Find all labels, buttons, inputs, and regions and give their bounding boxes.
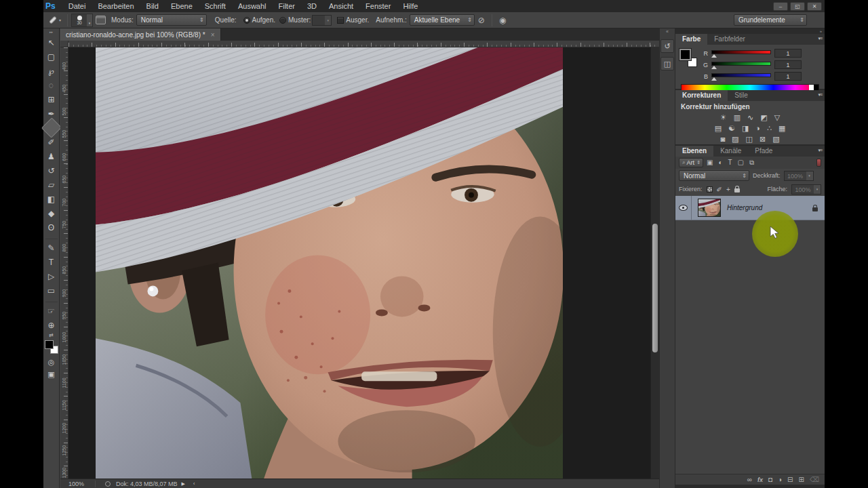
- quick-selection-tool-icon[interactable]: ◌: [44, 78, 59, 92]
- panel-tab[interactable]: Kanäle: [713, 146, 748, 157]
- modus-select[interactable]: Normal ⇕: [136, 14, 207, 26]
- slider-thumb-icon[interactable]: [711, 54, 717, 58]
- gradient-tool-icon[interactable]: ◧: [44, 192, 59, 206]
- pen-tool-icon[interactable]: ✎: [44, 241, 59, 255]
- threshold-icon[interactable]: ◫: [746, 134, 753, 144]
- black-white-icon[interactable]: ◨: [742, 123, 749, 133]
- shape-tool-icon[interactable]: ▭: [44, 283, 59, 298]
- filter-adjustment-layers-icon[interactable]: ◐: [718, 159, 722, 167]
- panel-tab[interactable]: Farbfelder: [707, 34, 752, 45]
- status-menu-arrow-icon[interactable]: ▶: [178, 481, 189, 487]
- lock-position-icon[interactable]: +: [726, 186, 730, 193]
- dodge-tool-icon[interactable]: ʘ: [44, 220, 59, 235]
- canvas-image[interactable]: [96, 47, 563, 479]
- properties-panel-icon[interactable]: ◫: [660, 57, 674, 70]
- layer-thumbnail[interactable]: [698, 199, 721, 217]
- panel-tab[interactable]: Ebenen: [675, 146, 713, 157]
- chevron-down-icon[interactable]: ▾: [87, 14, 92, 26]
- menu-item[interactable]: Ansicht: [323, 0, 359, 12]
- eraser-tool-icon[interactable]: ▱: [44, 178, 59, 192]
- slider-thumb-icon[interactable]: [711, 77, 717, 81]
- panel-tab[interactable]: Pfade: [748, 146, 779, 157]
- hand-tool-icon[interactable]: ☞: [44, 304, 59, 318]
- eye-icon[interactable]: [679, 205, 688, 211]
- delete-layer-icon[interactable]: ⌫: [810, 476, 819, 483]
- panel-tab[interactable]: Stile: [728, 90, 754, 101]
- panel-tab[interactable]: Farbe: [675, 34, 707, 45]
- layer-filter-select[interactable]: ⌕ Art ⇕: [679, 158, 703, 167]
- ausgerichtet-checkbox[interactable]: [337, 17, 344, 24]
- foreground-background-swatches[interactable]: [44, 340, 59, 354]
- menu-item[interactable]: Schrift: [199, 0, 232, 12]
- panel-menu-icon[interactable]: ▾≡: [818, 36, 822, 41]
- lock-all-icon[interactable]: [734, 188, 740, 192]
- history-brush-tool-icon[interactable]: ↺: [44, 163, 59, 178]
- lasso-tool-icon[interactable]: ℘: [44, 64, 59, 78]
- new-group-icon[interactable]: ⊟: [787, 476, 793, 483]
- toolbar-divider[interactable]: [45, 235, 58, 239]
- move-tool-icon[interactable]: ↖: [44, 35, 59, 49]
- menu-item[interactable]: Datei: [62, 0, 92, 12]
- status-back-arrow-icon[interactable]: ‹: [189, 481, 199, 486]
- document-tab[interactable]: cristiano-ronaldo-acne.jpg bei 100% (RGB…: [60, 28, 221, 41]
- layer-style-icon[interactable]: fx: [757, 476, 763, 483]
- menu-item[interactable]: Ebene: [165, 0, 199, 12]
- ignore-adjustment-layers-icon[interactable]: ⊘: [475, 16, 488, 25]
- airbrush-pressure-icon[interactable]: ◉: [496, 16, 509, 25]
- clone-stamp-tool-icon[interactable]: ♟: [44, 149, 59, 163]
- menu-item[interactable]: Bearbeiten: [92, 0, 140, 12]
- minimize-button[interactable]: –: [773, 2, 788, 11]
- deckkraft-field[interactable]: 100% ▾: [784, 171, 814, 181]
- menu-item[interactable]: Fenster: [359, 0, 397, 12]
- invert-icon[interactable]: ◙: [720, 134, 725, 144]
- path-selection-tool-icon[interactable]: ▷: [44, 269, 59, 283]
- foreground-color-swatch[interactable]: [45, 340, 54, 349]
- foreground-color-swatch[interactable]: [679, 49, 691, 60]
- close-tab-icon[interactable]: ×: [211, 31, 215, 39]
- zoom-level-field[interactable]: 100%: [60, 481, 91, 487]
- layer-name[interactable]: Hintergrund: [727, 204, 812, 211]
- hue-saturation-icon[interactable]: ▤: [715, 123, 722, 133]
- layer-filter-toggle[interactable]: [816, 159, 821, 167]
- adjustment-layer-icon[interactable]: ◑: [778, 476, 782, 483]
- aufgenommen-radio[interactable]: [243, 17, 250, 24]
- layer-row[interactable]: Hintergrund: [675, 196, 825, 220]
- slider-track[interactable]: [711, 50, 771, 54]
- photo-filter-icon[interactable]: ◑: [755, 123, 760, 133]
- panel-menu-icon[interactable]: ▾≡: [818, 92, 822, 98]
- curves-icon[interactable]: ∿: [747, 113, 753, 122]
- filter-type-layers-icon[interactable]: T: [728, 159, 732, 167]
- slider-track[interactable]: [711, 73, 771, 77]
- screen-mode-icon[interactable]: ▣: [44, 368, 59, 380]
- pattern-picker[interactable]: ▾: [312, 15, 332, 26]
- channel-slider[interactable]: [711, 62, 771, 68]
- channel-slider[interactable]: [711, 73, 771, 80]
- vibrance-icon[interactable]: ▽: [774, 113, 780, 122]
- scrollbar-thumb[interactable]: [652, 224, 658, 352]
- workspace-switcher[interactable]: Grundelemente ⇕: [734, 14, 807, 26]
- menu-item[interactable]: Auswahl: [232, 0, 273, 12]
- chevron-down-icon[interactable]: ▾: [806, 171, 813, 180]
- expand-panels-icon[interactable]: «: [666, 28, 669, 35]
- selective-color-icon[interactable]: ⊠: [760, 134, 766, 144]
- channel-value-field[interactable]: 1: [774, 72, 802, 81]
- swap-colors-icon[interactable]: ⇄: [49, 332, 54, 338]
- muster-radio[interactable]: [279, 17, 286, 24]
- restore-button[interactable]: ◱: [790, 2, 805, 11]
- color-lookup-icon[interactable]: ▦: [778, 123, 785, 133]
- panel-tab[interactable]: Korrekturen: [675, 90, 728, 101]
- filter-pixel-layers-icon[interactable]: ▣: [707, 159, 713, 167]
- flaeche-field[interactable]: 100% ▾: [791, 184, 821, 195]
- blur-tool-icon[interactable]: ◆: [44, 206, 59, 220]
- posterize-icon[interactable]: ▨: [732, 134, 738, 144]
- close-button[interactable]: ✕: [807, 2, 822, 11]
- filter-smart-objects-icon[interactable]: ⧉: [749, 159, 754, 167]
- type-tool-icon[interactable]: T: [44, 255, 59, 269]
- exposure-icon[interactable]: ◩: [760, 113, 767, 122]
- panel-menu-icon[interactable]: ▾≡: [818, 148, 822, 153]
- link-layers-icon[interactable]: ∞: [747, 476, 752, 483]
- history-panel-icon[interactable]: ↺: [660, 39, 674, 53]
- channel-value-field[interactable]: 1: [774, 60, 802, 69]
- crop-tool-icon[interactable]: ⊞: [44, 92, 59, 106]
- chevron-down-icon[interactable]: ▾: [814, 185, 821, 194]
